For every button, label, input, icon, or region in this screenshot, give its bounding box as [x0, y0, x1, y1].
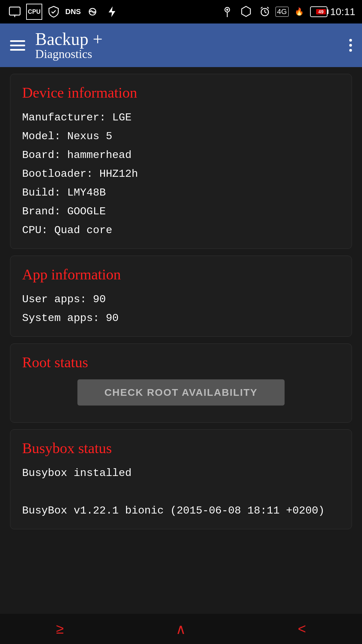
- back-button[interactable]: ≥: [56, 621, 64, 637]
- device-bootloader: Bootloader: HHZ12h: [22, 166, 340, 182]
- svg-point-7: [226, 9, 228, 11]
- app-info-title: App information: [22, 266, 340, 283]
- svg-marker-8: [242, 6, 250, 16]
- app-info-content: User apps: 90 System apps: 90: [22, 291, 340, 326]
- device-cpu: CPU: Quad core: [22, 222, 340, 238]
- status-bar-right-icons: 4G 🔥 49 10:11: [219, 4, 355, 20]
- battery-icon: 49: [310, 6, 327, 17]
- app-title: Backup + Diagnostics: [35, 31, 103, 60]
- busybox-status-title: Busybox status: [22, 440, 340, 457]
- svg-marker-5: [109, 6, 115, 17]
- home-button[interactable]: ∧: [176, 621, 186, 637]
- status-time: 10:11: [330, 6, 355, 17]
- busybox-version: BusyBox v1.22.1 bionic (2015-06-08 18:11…: [22, 503, 340, 519]
- svg-rect-0: [9, 7, 20, 15]
- root-status-title: Root status: [22, 354, 340, 371]
- busybox-status-card: Busybox status Busybox installed BusyBox…: [10, 429, 352, 529]
- dns-icon: DNS: [65, 4, 81, 20]
- svg-line-11: [265, 12, 266, 13]
- shield-icon: [46, 4, 62, 20]
- busybox-installed: Busybox installed: [22, 465, 340, 481]
- lightning-icon: [104, 4, 120, 20]
- check-root-button[interactable]: CHECK ROOT AVAILABILITY: [77, 379, 284, 406]
- app-title-sub: Diagnostics: [35, 48, 103, 60]
- svg-line-13: [267, 7, 269, 8]
- device-info-title: Device information: [22, 84, 340, 101]
- svg-line-12: [261, 7, 262, 8]
- app-info-card: App information User apps: 90 System app…: [10, 256, 352, 337]
- system-apps: System apps: 90: [22, 310, 340, 326]
- main-content: Device information Manufacturer: LGE Mod…: [0, 67, 362, 536]
- alarm-icon: [257, 4, 273, 20]
- device-info-card: Device information Manufacturer: LGE Mod…: [10, 74, 352, 249]
- device-brand: Brand: GOOGLE: [22, 204, 340, 220]
- device-model: Model: Nexus 5: [22, 128, 340, 145]
- battery-level: 49: [318, 9, 324, 14]
- device-board: Board: hammerhead: [22, 147, 340, 163]
- data-icon: 🔥: [291, 4, 307, 20]
- more-options-button[interactable]: [349, 39, 352, 52]
- hexagon-icon: [238, 4, 254, 20]
- cpu-icon: CPU: [26, 4, 42, 20]
- bottom-navigation: ≥ ∧ <: [0, 614, 362, 644]
- user-apps: User apps: 90: [22, 291, 340, 308]
- location-icon: [219, 4, 235, 20]
- app-bar: Backup + Diagnostics: [0, 23, 362, 67]
- recents-button[interactable]: <: [298, 621, 306, 637]
- busybox-spacer: [22, 484, 340, 500]
- status-bar-left-icons: CPU DNS: [7, 4, 120, 20]
- status-bar: CPU DNS 4G 🔥 49 10:11: [0, 0, 362, 23]
- device-manufacturer: Manufacturer: LGE: [22, 110, 340, 126]
- lte-icon: 4G: [276, 7, 289, 17]
- device-info-content: Manufacturer: LGE Model: Nexus 5 Board: …: [22, 110, 340, 238]
- app-bar-left: Backup + Diagnostics: [10, 31, 103, 60]
- vpn-icon: [84, 4, 101, 20]
- busybox-status-content: Busybox installed BusyBox v1.22.1 bionic…: [22, 465, 340, 519]
- device-build: Build: LMY48B: [22, 185, 340, 201]
- root-status-card: Root status CHECK ROOT AVAILABILITY: [10, 343, 352, 423]
- hamburger-menu-button[interactable]: [10, 40, 25, 51]
- screen-record-icon: [7, 4, 23, 20]
- app-title-main: Backup +: [35, 31, 103, 48]
